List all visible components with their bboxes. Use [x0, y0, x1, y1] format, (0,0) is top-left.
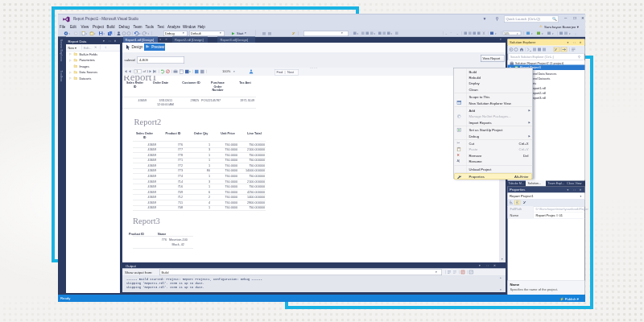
svg-text:of 1: of 1 [143, 69, 149, 73]
svg-text:▾: ▾ [569, 32, 571, 35]
svg-text:▾: ▾ [531, 32, 533, 35]
svg-text:▾: ▾ [542, 32, 543, 35]
svg-text:▾: ▾ [69, 32, 71, 35]
svg-text:▾: ▾ [552, 32, 554, 35]
svg-text:▾: ▾ [94, 32, 96, 35]
svg-text:⋮: ⋮ [575, 32, 577, 35]
svg-text:¯¯: ¯¯ [450, 32, 454, 35]
svg-text:▾: ▾ [139, 32, 141, 35]
svg-text:▾: ▾ [374, 32, 376, 35]
svg-text:–: – [457, 32, 459, 35]
svg-text:50%: 50% [505, 32, 510, 35]
svg-text:▾: ▾ [357, 32, 359, 35]
svg-text:▾: ▾ [148, 32, 150, 35]
svg-text:▾: ▾ [86, 32, 88, 35]
svg-text:▾: ▾ [104, 32, 105, 35]
svg-text:▾: ▾ [495, 32, 497, 35]
svg-text:–: – [446, 32, 448, 35]
svg-text:▾: ▾ [391, 32, 393, 35]
